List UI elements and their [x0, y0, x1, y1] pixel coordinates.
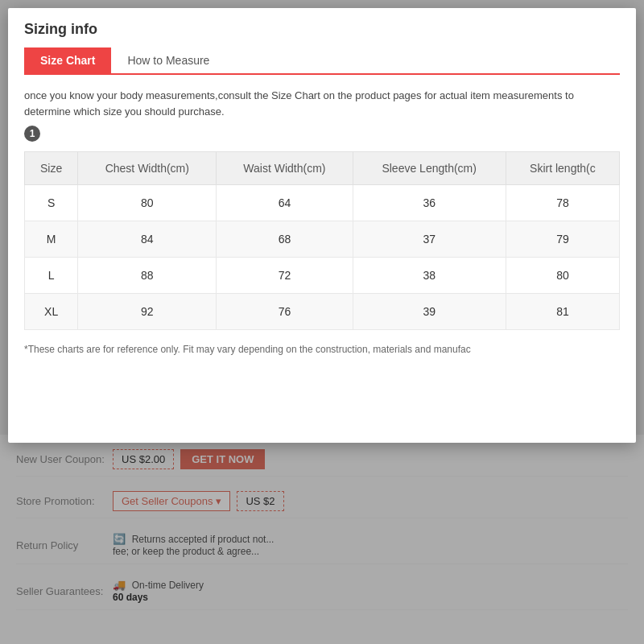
col-header-waist: Waist Width(cm) — [217, 152, 353, 185]
modal-body: once you know your body measurements,con… — [8, 75, 636, 369]
col-header-chest: Chest Width(cm) — [78, 152, 217, 185]
cell-3-1: 92 — [78, 294, 217, 330]
table-row: L88723880 — [25, 258, 620, 294]
cell-2-0: L — [25, 258, 78, 294]
cell-1-0: M — [25, 221, 78, 258]
modal-title: Sizing info — [24, 21, 620, 38]
table-header-row: Size Chest Width(cm) Waist Width(cm) Sle… — [25, 152, 620, 185]
col-header-skirt: Skirt length(c — [506, 152, 619, 185]
cell-0-0: S — [25, 185, 78, 221]
cell-1-3: 37 — [353, 221, 506, 258]
cell-2-2: 72 — [217, 258, 353, 294]
cell-3-3: 39 — [353, 294, 506, 330]
modal-overlay: Sizing info Size Chart How to Measure on… — [0, 0, 644, 644]
cell-1-4: 79 — [506, 221, 619, 258]
cell-2-3: 38 — [353, 258, 506, 294]
cell-0-1: 80 — [78, 185, 217, 221]
tab-how-to-measure[interactable]: How to Measure — [111, 47, 225, 73]
cell-3-0: XL — [25, 294, 78, 330]
cell-2-1: 88 — [78, 258, 217, 294]
size-table: Size Chest Width(cm) Waist Width(cm) Sle… — [24, 151, 620, 330]
table-row: M84683779 — [25, 221, 620, 258]
step-badge: 1 — [24, 126, 40, 142]
footnote-text: *These charts are for reference only. Fi… — [24, 343, 620, 357]
table-row: XL92763981 — [25, 294, 620, 330]
cell-0-2: 64 — [217, 185, 353, 221]
cell-2-4: 80 — [506, 258, 619, 294]
cell-0-3: 36 — [353, 185, 506, 221]
col-header-size: Size — [25, 152, 78, 185]
tab-bar: Size Chart How to Measure — [24, 47, 620, 75]
cell-3-4: 81 — [506, 294, 619, 330]
col-header-sleeve: Sleeve Length(cm) — [353, 152, 506, 185]
cell-3-2: 76 — [217, 294, 353, 330]
cell-1-1: 84 — [78, 221, 217, 258]
cell-1-2: 68 — [217, 221, 353, 258]
description-text: once you know your body measurements,con… — [24, 88, 620, 119]
tab-size-chart[interactable]: Size Chart — [24, 47, 111, 73]
table-row: S80643678 — [25, 185, 620, 221]
cell-0-4: 78 — [506, 185, 619, 221]
sizing-info-modal: Sizing info Size Chart How to Measure on… — [8, 8, 636, 443]
modal-header: Sizing info Size Chart How to Measure — [8, 8, 636, 75]
